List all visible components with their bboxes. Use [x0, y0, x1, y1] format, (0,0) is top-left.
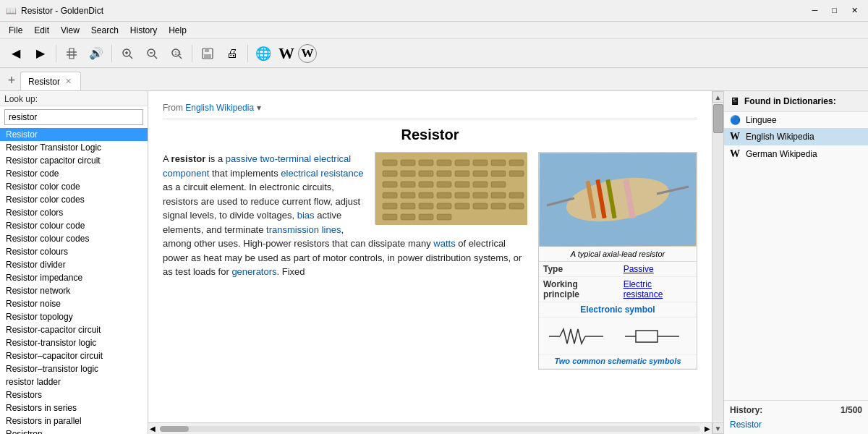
link-generators[interactable]: generators [231, 266, 276, 277]
zoom-out-button[interactable] [140, 43, 163, 64]
word-item[interactable]: resistor ladder [0, 375, 148, 388]
dictionary-item[interactable]: 🔵Linguee [724, 112, 868, 128]
close-button[interactable]: ✕ [847, 4, 862, 17]
word-item[interactable]: Resistor divider [0, 258, 148, 271]
resistor-bold: resistor [171, 153, 206, 164]
vscroll-up[interactable]: ▲ [712, 91, 724, 103]
infobox-image [539, 153, 697, 247]
source-link[interactable]: English Wikipedia [185, 103, 254, 113]
dict-label: Linguee [746, 115, 777, 125]
hscroll-right[interactable]: ▶ [703, 425, 712, 433]
audio-button[interactable]: 🔊 [85, 43, 108, 64]
word-item[interactable]: Resistor impedance [0, 271, 148, 284]
hscroll-track[interactable] [160, 426, 700, 432]
from-header: From English Wikipedia ▾ [163, 98, 697, 119]
dictionary-item[interactable]: WEnglish Wikipedia [724, 128, 868, 145]
globe-button[interactable]: 🌐 [252, 43, 275, 64]
lookup-label: Look up: [0, 91, 148, 106]
menu-search[interactable]: Search [85, 24, 124, 37]
zoom-reset-button[interactable]: 1:1 [165, 43, 188, 64]
content-area: From English Wikipedia ▾ Resistor [148, 91, 712, 422]
word-item[interactable]: Resistor topology [0, 310, 148, 323]
word-item[interactable]: Resistor Transistor Logic [0, 141, 148, 154]
infobox-value-type[interactable]: Passive [619, 262, 697, 277]
link-transmission-lines[interactable]: transmission lines [266, 224, 341, 235]
word-item[interactable]: Resistors in parallel [0, 414, 148, 427]
svg-rect-60 [383, 203, 397, 209]
dropdown-icon[interactable]: ▾ [257, 103, 261, 113]
link-electrical-resistance[interactable]: electrical resistance [281, 168, 363, 179]
menu-edit[interactable]: Edit [28, 24, 55, 37]
word-item[interactable]: Resistor network [0, 284, 148, 297]
word-item[interactable]: Resistor colours [0, 245, 148, 258]
vscroll-track[interactable] [713, 104, 723, 421]
svg-rect-35 [491, 160, 506, 166]
save-button[interactable] [196, 43, 219, 64]
app-icon: 📖 [6, 6, 17, 16]
word-item[interactable]: Resistor–transistor logic [0, 362, 148, 375]
svg-rect-38 [401, 171, 415, 176]
word-item[interactable]: Resistor-transistor logic [0, 336, 148, 349]
infobox-symbol-caption: Two common schematic symbols [539, 355, 697, 369]
svg-rect-1 [67, 54, 77, 56]
back-button[interactable]: ◀ [4, 43, 27, 64]
window-controls: ─ □ ✕ [808, 4, 862, 17]
minimize-button[interactable]: ─ [808, 4, 822, 17]
word-item[interactable]: Resistor colour codes [0, 232, 148, 245]
word-item[interactable]: Resistor capacitor circuit [0, 154, 148, 167]
tabbar: + Resistor ✕ [0, 68, 868, 91]
svg-rect-47 [419, 182, 433, 187]
dictionary-item[interactable]: WGerman Wikipedia [724, 145, 868, 163]
svg-rect-30 [401, 160, 415, 166]
word-item[interactable]: Resistor colors [0, 206, 148, 219]
new-tab-button[interactable]: + [3, 72, 20, 89]
history-label: History: 1/500 [730, 405, 862, 415]
word-item[interactable]: Resistor noise [0, 297, 148, 310]
word-item[interactable]: Resistor–capacitor circuit [0, 349, 148, 362]
scan-button[interactable] [60, 43, 83, 64]
menu-help[interactable]: Help [163, 24, 192, 37]
word-item[interactable]: Resistors [0, 388, 148, 401]
wikipedia-button-1[interactable]: W [276, 43, 297, 64]
hscroll-left[interactable]: ◀ [148, 425, 157, 433]
infobox-value-working[interactable]: Electric resistance [619, 277, 697, 302]
tab-resistor[interactable]: Resistor ✕ [20, 72, 81, 90]
tab-label: Resistor [28, 77, 60, 87]
link-bias[interactable]: bias [297, 210, 315, 221]
svg-rect-42 [473, 171, 488, 176]
center-panel: From English Wikipedia ▾ Resistor [148, 91, 712, 434]
forward-button[interactable]: ▶ [29, 43, 52, 64]
wikipedia-button-2[interactable]: W [298, 44, 317, 63]
word-item[interactable]: Resistor color code [0, 180, 148, 193]
menu-file[interactable]: File [3, 24, 28, 37]
svg-rect-68 [383, 214, 397, 220]
tab-close-button[interactable]: ✕ [63, 77, 73, 87]
word-item[interactable]: Resistors in series [0, 401, 148, 414]
toolbar-separator-2 [111, 45, 112, 62]
maximize-button[interactable]: □ [827, 4, 841, 17]
toolbar-separator-1 [56, 45, 56, 62]
print-button[interactable]: 🖨 [221, 43, 244, 64]
zoom-in-button[interactable] [116, 43, 139, 64]
vscroll-down[interactable]: ▼ [712, 422, 724, 434]
vscroll-thumb[interactable] [713, 104, 723, 133]
word-item[interactable]: Resistor code [0, 167, 148, 180]
svg-rect-36 [509, 160, 524, 166]
menu-view[interactable]: View [55, 24, 85, 37]
menu-history[interactable]: History [124, 24, 163, 37]
infobox-row-symbol-svg [539, 318, 697, 355]
word-item[interactable]: Resistor-capacitor circuit [0, 323, 148, 336]
word-item[interactable]: Resistor colour code [0, 219, 148, 232]
word-item[interactable]: Resistor color codes [0, 193, 148, 206]
dict-icon: 🔵 [730, 115, 741, 125]
hscroll-thumb[interactable] [160, 426, 189, 432]
search-input[interactable] [4, 109, 143, 125]
second-image [375, 152, 527, 224]
vertical-scrollbar[interactable]: ▲ ▼ [712, 91, 723, 434]
svg-rect-0 [67, 51, 77, 53]
history-item[interactable]: Resistor [730, 418, 862, 431]
word-item[interactable]: Resistor [0, 128, 148, 141]
word-item[interactable]: Resistron [0, 427, 148, 434]
link-watts[interactable]: watts [433, 238, 455, 249]
horizontal-scrollbar[interactable]: ◀ ▶ [148, 422, 712, 434]
